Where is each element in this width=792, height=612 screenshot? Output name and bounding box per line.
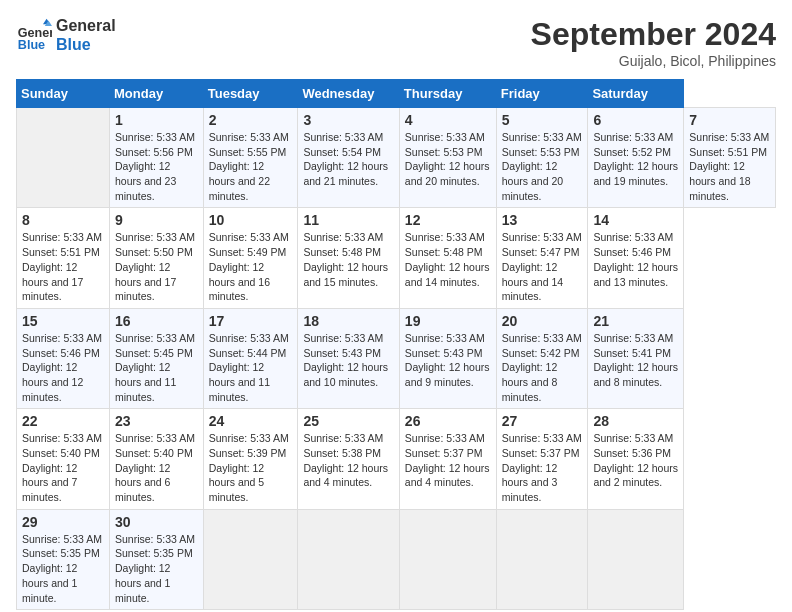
- day-number: 9: [115, 212, 198, 228]
- day-info: Sunrise: 5:33 AMSunset: 5:35 PMDaylight:…: [115, 533, 195, 604]
- calendar-day-cell: 8 Sunrise: 5:33 AMSunset: 5:51 PMDayligh…: [17, 208, 110, 308]
- day-number: 23: [115, 413, 198, 429]
- calendar-day-cell: 12 Sunrise: 5:33 AMSunset: 5:48 PMDaylig…: [399, 208, 496, 308]
- day-number: 19: [405, 313, 491, 329]
- day-number: 22: [22, 413, 104, 429]
- calendar-week-row: 15 Sunrise: 5:33 AMSunset: 5:46 PMDaylig…: [17, 308, 776, 408]
- weekday-header: Saturday: [588, 80, 684, 108]
- day-info: Sunrise: 5:33 AMSunset: 5:36 PMDaylight:…: [593, 432, 678, 488]
- calendar-day-cell: 17 Sunrise: 5:33 AMSunset: 5:44 PMDaylig…: [203, 308, 298, 408]
- day-info: Sunrise: 5:33 AMSunset: 5:43 PMDaylight:…: [303, 332, 388, 388]
- logo: General Blue General Blue: [16, 16, 116, 54]
- day-info: Sunrise: 5:33 AMSunset: 5:56 PMDaylight:…: [115, 131, 195, 202]
- calendar-day-cell: 15 Sunrise: 5:33 AMSunset: 5:46 PMDaylig…: [17, 308, 110, 408]
- day-number: 14: [593, 212, 678, 228]
- calendar-day-cell: 26 Sunrise: 5:33 AMSunset: 5:37 PMDaylig…: [399, 409, 496, 509]
- calendar-day-cell: 14 Sunrise: 5:33 AMSunset: 5:46 PMDaylig…: [588, 208, 684, 308]
- day-info: Sunrise: 5:33 AMSunset: 5:40 PMDaylight:…: [22, 432, 102, 503]
- day-info: Sunrise: 5:33 AMSunset: 5:47 PMDaylight:…: [502, 231, 582, 302]
- svg-text:Blue: Blue: [18, 39, 45, 53]
- day-number: 29: [22, 514, 104, 530]
- day-number: 27: [502, 413, 583, 429]
- calendar-day-cell: 18 Sunrise: 5:33 AMSunset: 5:43 PMDaylig…: [298, 308, 399, 408]
- day-number: 28: [593, 413, 678, 429]
- day-number: 5: [502, 112, 583, 128]
- day-info: Sunrise: 5:33 AMSunset: 5:39 PMDaylight:…: [209, 432, 289, 503]
- day-info: Sunrise: 5:33 AMSunset: 5:49 PMDaylight:…: [209, 231, 289, 302]
- calendar-day-cell: 7 Sunrise: 5:33 AMSunset: 5:51 PMDayligh…: [684, 108, 776, 208]
- calendar-day-cell: [298, 509, 399, 609]
- day-number: 20: [502, 313, 583, 329]
- day-number: 13: [502, 212, 583, 228]
- day-number: 7: [689, 112, 770, 128]
- calendar-week-row: 22 Sunrise: 5:33 AMSunset: 5:40 PMDaylig…: [17, 409, 776, 509]
- weekday-header: Tuesday: [203, 80, 298, 108]
- calendar-day-cell: 4 Sunrise: 5:33 AMSunset: 5:53 PMDayligh…: [399, 108, 496, 208]
- day-number: 25: [303, 413, 393, 429]
- day-number: 10: [209, 212, 293, 228]
- calendar-day-cell: 5 Sunrise: 5:33 AMSunset: 5:53 PMDayligh…: [496, 108, 588, 208]
- day-info: Sunrise: 5:33 AMSunset: 5:50 PMDaylight:…: [115, 231, 195, 302]
- location: Guijalo, Bicol, Philippines: [531, 53, 776, 69]
- day-number: 4: [405, 112, 491, 128]
- day-info: Sunrise: 5:33 AMSunset: 5:48 PMDaylight:…: [405, 231, 490, 287]
- calendar-day-cell: 27 Sunrise: 5:33 AMSunset: 5:37 PMDaylig…: [496, 409, 588, 509]
- calendar-day-cell: 19 Sunrise: 5:33 AMSunset: 5:43 PMDaylig…: [399, 308, 496, 408]
- logo-icon: General Blue: [16, 17, 52, 53]
- day-info: Sunrise: 5:33 AMSunset: 5:51 PMDaylight:…: [22, 231, 102, 302]
- day-number: 1: [115, 112, 198, 128]
- calendar-day-cell: [588, 509, 684, 609]
- day-info: Sunrise: 5:33 AMSunset: 5:41 PMDaylight:…: [593, 332, 678, 388]
- calendar-day-cell: 11 Sunrise: 5:33 AMSunset: 5:48 PMDaylig…: [298, 208, 399, 308]
- calendar-week-row: 8 Sunrise: 5:33 AMSunset: 5:51 PMDayligh…: [17, 208, 776, 308]
- logo-text-blue: Blue: [56, 35, 116, 54]
- calendar-day-cell: 20 Sunrise: 5:33 AMSunset: 5:42 PMDaylig…: [496, 308, 588, 408]
- calendar-day-cell: 22 Sunrise: 5:33 AMSunset: 5:40 PMDaylig…: [17, 409, 110, 509]
- header: General Blue General Blue September 2024…: [16, 16, 776, 69]
- day-info: Sunrise: 5:33 AMSunset: 5:37 PMDaylight:…: [502, 432, 582, 503]
- calendar-week-row: 1 Sunrise: 5:33 AMSunset: 5:56 PMDayligh…: [17, 108, 776, 208]
- day-number: 17: [209, 313, 293, 329]
- day-number: 16: [115, 313, 198, 329]
- day-info: Sunrise: 5:33 AMSunset: 5:37 PMDaylight:…: [405, 432, 490, 488]
- weekday-header: Thursday: [399, 80, 496, 108]
- day-info: Sunrise: 5:33 AMSunset: 5:35 PMDaylight:…: [22, 533, 102, 604]
- day-number: 11: [303, 212, 393, 228]
- day-number: 3: [303, 112, 393, 128]
- day-info: Sunrise: 5:33 AMSunset: 5:45 PMDaylight:…: [115, 332, 195, 403]
- day-number: 15: [22, 313, 104, 329]
- day-info: Sunrise: 5:33 AMSunset: 5:46 PMDaylight:…: [593, 231, 678, 287]
- title-area: September 2024 Guijalo, Bicol, Philippin…: [531, 16, 776, 69]
- calendar-week-row: 29 Sunrise: 5:33 AMSunset: 5:35 PMDaylig…: [17, 509, 776, 609]
- calendar-day-cell: 23 Sunrise: 5:33 AMSunset: 5:40 PMDaylig…: [110, 409, 204, 509]
- day-info: Sunrise: 5:33 AMSunset: 5:43 PMDaylight:…: [405, 332, 490, 388]
- calendar-day-cell: 16 Sunrise: 5:33 AMSunset: 5:45 PMDaylig…: [110, 308, 204, 408]
- calendar-day-cell: 10 Sunrise: 5:33 AMSunset: 5:49 PMDaylig…: [203, 208, 298, 308]
- day-info: Sunrise: 5:33 AMSunset: 5:42 PMDaylight:…: [502, 332, 582, 403]
- calendar-day-cell: [496, 509, 588, 609]
- day-number: 18: [303, 313, 393, 329]
- weekday-header: Monday: [110, 80, 204, 108]
- day-number: 6: [593, 112, 678, 128]
- day-info: Sunrise: 5:33 AMSunset: 5:53 PMDaylight:…: [502, 131, 582, 202]
- month-title: September 2024: [531, 16, 776, 53]
- logo-text-general: General: [56, 16, 116, 35]
- day-info: Sunrise: 5:33 AMSunset: 5:48 PMDaylight:…: [303, 231, 388, 287]
- day-number: 30: [115, 514, 198, 530]
- calendar-body: 1 Sunrise: 5:33 AMSunset: 5:56 PMDayligh…: [17, 108, 776, 610]
- day-info: Sunrise: 5:33 AMSunset: 5:53 PMDaylight:…: [405, 131, 490, 187]
- calendar-day-cell: 2 Sunrise: 5:33 AMSunset: 5:55 PMDayligh…: [203, 108, 298, 208]
- day-info: Sunrise: 5:33 AMSunset: 5:55 PMDaylight:…: [209, 131, 289, 202]
- calendar-day-cell: 25 Sunrise: 5:33 AMSunset: 5:38 PMDaylig…: [298, 409, 399, 509]
- day-info: Sunrise: 5:33 AMSunset: 5:38 PMDaylight:…: [303, 432, 388, 488]
- day-info: Sunrise: 5:33 AMSunset: 5:54 PMDaylight:…: [303, 131, 388, 187]
- weekday-header: Sunday: [17, 80, 110, 108]
- calendar-day-cell: 28 Sunrise: 5:33 AMSunset: 5:36 PMDaylig…: [588, 409, 684, 509]
- day-info: Sunrise: 5:33 AMSunset: 5:40 PMDaylight:…: [115, 432, 195, 503]
- day-number: 24: [209, 413, 293, 429]
- day-number: 21: [593, 313, 678, 329]
- calendar-day-cell: 1 Sunrise: 5:33 AMSunset: 5:56 PMDayligh…: [110, 108, 204, 208]
- day-number: 26: [405, 413, 491, 429]
- day-info: Sunrise: 5:33 AMSunset: 5:44 PMDaylight:…: [209, 332, 289, 403]
- calendar-day-cell: 3 Sunrise: 5:33 AMSunset: 5:54 PMDayligh…: [298, 108, 399, 208]
